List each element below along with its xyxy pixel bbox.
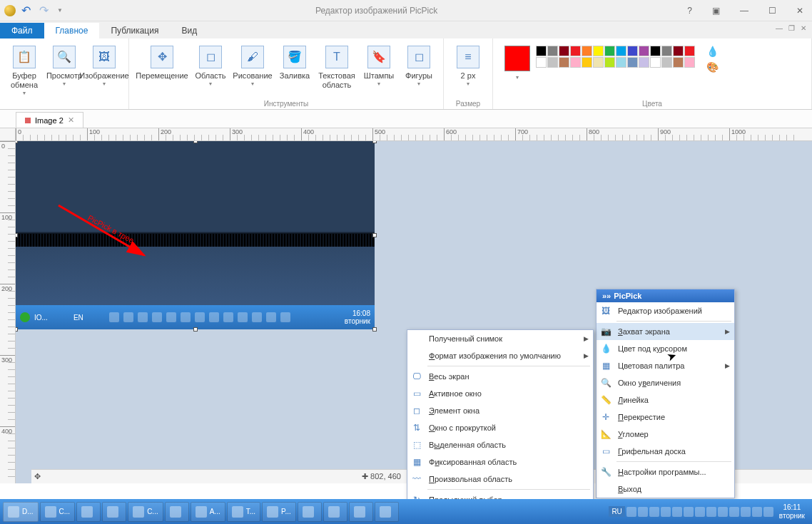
color-swatch[interactable] xyxy=(604,57,615,68)
eyedropper-icon[interactable]: 💧 xyxy=(706,46,719,57)
color-swatch[interactable] xyxy=(547,57,558,68)
resize-handle[interactable] xyxy=(372,141,377,143)
fill-tool-button[interactable]: 🪣 Заливка xyxy=(275,41,315,90)
color-swatch[interactable] xyxy=(639,46,649,56)
menu-item-region[interactable]: ⬚Выделенная область xyxy=(407,436,593,453)
menu-item-editor[interactable]: 🖼Редактор изображений xyxy=(597,302,734,319)
taskbar-button[interactable]: P... xyxy=(262,502,296,522)
mdi-restore[interactable]: ❐ xyxy=(788,24,795,32)
menu-item-activewindow[interactable]: ▭Активное окно xyxy=(407,385,593,402)
menu-item-fullscreen[interactable]: 🖵Весь экран xyxy=(407,368,593,385)
color-swatch[interactable] xyxy=(559,46,569,56)
help-button[interactable]: ? xyxy=(687,6,692,16)
menu-item-destination[interactable]: Полученный снимок▶ xyxy=(407,330,593,347)
tray-icon[interactable] xyxy=(752,507,762,517)
color-swatch[interactable] xyxy=(582,46,592,56)
redo-button[interactable]: ↷ xyxy=(36,4,51,17)
tray-icon[interactable] xyxy=(626,507,636,517)
mdi-minimize[interactable]: — xyxy=(776,24,783,32)
region-tool-button[interactable]: ◻ Область ▾ xyxy=(191,41,230,90)
color-swatch[interactable] xyxy=(559,57,569,68)
canvas-image[interactable]: PicPick в трее IO... EN 16:08 вторник xyxy=(16,141,375,329)
tray-icon[interactable] xyxy=(638,507,648,517)
color-swatch[interactable] xyxy=(650,46,661,56)
taskbar-button[interactable]: D... xyxy=(3,502,39,522)
menu-item-ruler[interactable]: 📏Линейка xyxy=(597,391,734,409)
menu-item-fixed[interactable]: ▦Фиксированная область xyxy=(407,453,593,471)
resize-handle[interactable] xyxy=(16,327,18,332)
clipboard-button[interactable]: 📋 Буфер обмена ▾ xyxy=(4,41,44,97)
taskbar-button[interactable] xyxy=(102,502,126,522)
tray-icon[interactable] xyxy=(649,507,659,517)
taskbar-button[interactable] xyxy=(165,502,189,522)
resize-handle[interactable] xyxy=(193,141,198,143)
image-button[interactable]: 🖼 Изображение ▾ xyxy=(84,41,124,97)
resize-handle[interactable] xyxy=(16,233,18,237)
menu-item-capture[interactable]: 📷Захват экрана▶ xyxy=(597,323,734,340)
color-swatch[interactable] xyxy=(684,57,695,68)
menu-item-scrolling[interactable]: ⇅Окно с прокруткой xyxy=(407,419,593,436)
color-swatch[interactable] xyxy=(570,46,581,56)
color-swatch[interactable] xyxy=(604,46,615,56)
color-swatch[interactable] xyxy=(547,46,558,56)
tab-publish[interactable]: Публикация xyxy=(99,23,170,38)
close-button[interactable]: ✕ xyxy=(796,6,803,16)
resize-handle[interactable] xyxy=(193,327,198,332)
taskbar-button[interactable]: А... xyxy=(191,502,225,522)
taskbar-lang[interactable]: RU xyxy=(609,506,624,517)
tray-icon[interactable] xyxy=(729,507,739,517)
menu-item-control[interactable]: ◻Элемент окна xyxy=(407,402,593,419)
color-swatch[interactable] xyxy=(616,57,626,68)
color-swatch[interactable] xyxy=(673,57,684,68)
tray-icon[interactable] xyxy=(706,507,716,517)
tray-icon[interactable] xyxy=(672,507,682,517)
menu-item-freehand[interactable]: 〰Произвольная область xyxy=(407,471,593,488)
ribbon-toggle-button[interactable]: ▣ xyxy=(712,6,720,16)
taskbar-button[interactable] xyxy=(349,502,373,522)
tray-icon[interactable] xyxy=(684,507,694,517)
qat-dropdown[interactable]: ▼ xyxy=(54,7,66,14)
maximize-button[interactable]: ☐ xyxy=(768,6,776,16)
menu-item-palette[interactable]: ▦Цветовая палитра▶ xyxy=(597,357,734,374)
tray-icon[interactable] xyxy=(661,507,671,517)
color-swatch[interactable] xyxy=(661,46,672,56)
tray-icon[interactable] xyxy=(695,507,705,517)
minimize-button[interactable]: — xyxy=(740,6,748,16)
menu-item-whiteboard[interactable]: ▭Грифельная доска xyxy=(597,443,734,460)
color-swatch[interactable] xyxy=(536,57,547,68)
size-button[interactable]: ≡ 2 px ▾ xyxy=(448,41,488,88)
menu-item-colorpicker[interactable]: 💧Цвет под курсором xyxy=(597,340,734,357)
taskbar-button[interactable]: С... xyxy=(40,502,76,522)
shapes-button[interactable]: ◻ Фигуры ▾ xyxy=(399,41,439,90)
color-swatch[interactable] xyxy=(570,57,581,68)
resize-handle[interactable] xyxy=(372,233,377,237)
color-wheel-icon[interactable]: 🎨 xyxy=(706,61,719,73)
move-tool-button[interactable]: ✥ Перемещение xyxy=(133,41,191,90)
draw-tool-button[interactable]: 🖌 Рисование ▾ xyxy=(230,41,275,90)
color-swatch[interactable] xyxy=(582,57,592,68)
color-swatch[interactable] xyxy=(684,46,695,56)
taskbar-button[interactable] xyxy=(298,502,322,522)
undo-button[interactable]: ↶ xyxy=(19,4,34,17)
text-tool-button[interactable]: T Текстовая область xyxy=(315,41,359,90)
color-swatch[interactable] xyxy=(616,46,626,56)
current-color[interactable] xyxy=(504,46,530,71)
color-swatch[interactable] xyxy=(536,46,547,56)
menu-item-settings[interactable]: 🔧Настройки программы... xyxy=(597,463,734,481)
tab-file[interactable]: Файл xyxy=(0,23,44,38)
taskbar-button[interactable]: Т... xyxy=(227,502,260,522)
doc-tab-close[interactable]: ✕ xyxy=(68,115,74,125)
document-tab[interactable]: Image 2 ✕ xyxy=(16,112,83,128)
menu-item-exit[interactable]: Выход xyxy=(597,481,734,498)
menu-item-magnifier[interactable]: 🔍Окно увеличения xyxy=(597,374,734,391)
taskbar-button[interactable] xyxy=(323,502,347,522)
color-swatch[interactable] xyxy=(593,46,604,56)
color-swatch[interactable] xyxy=(627,57,638,68)
menu-item-crosshair[interactable]: ✛Перекрестие xyxy=(597,409,734,426)
stamps-button[interactable]: 🔖 Штампы ▾ xyxy=(359,41,399,90)
tray-icon[interactable] xyxy=(718,507,728,517)
color-swatch[interactable] xyxy=(650,57,661,68)
resize-handle[interactable] xyxy=(16,141,18,143)
tab-home[interactable]: Главное xyxy=(44,23,100,38)
tab-view[interactable]: Вид xyxy=(170,23,208,38)
